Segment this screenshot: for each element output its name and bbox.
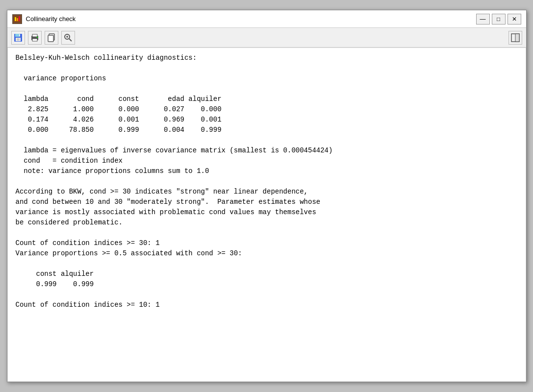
svg-rect-11	[32, 39, 37, 41]
print-icon	[30, 33, 39, 42]
close-button[interactable]: ✕	[508, 14, 521, 24]
title-bar-left: Collinearity check	[12, 14, 76, 24]
save-button[interactable]	[11, 31, 25, 45]
toolbar-right	[508, 31, 522, 45]
svg-rect-12	[37, 37, 38, 38]
save-icon	[14, 33, 23, 42]
svg-rect-1	[15, 17, 16, 21]
minimize-button[interactable]: —	[476, 14, 490, 24]
content-area: Belsley-Kuh-Welsch collinearity diagnost…	[7, 48, 526, 382]
title-bar-controls: — □ ✕	[476, 14, 521, 24]
main-window: Collinearity check — □ ✕	[7, 10, 527, 382]
toolbar-left	[11, 31, 75, 45]
svg-rect-10	[32, 34, 37, 37]
svg-rect-2	[17, 18, 18, 21]
panel-icon	[511, 33, 520, 42]
title-bar: Collinearity check — □ ✕	[7, 10, 526, 28]
panel-button[interactable]	[508, 31, 522, 45]
copy-button[interactable]	[45, 31, 58, 45]
maximize-button[interactable]: □	[492, 14, 506, 24]
print-button[interactable]	[28, 31, 42, 45]
svg-rect-20	[515, 34, 519, 42]
output-text: Belsley-Kuh-Welsch collinearity diagnost…	[16, 53, 518, 310]
svg-rect-3	[19, 16, 20, 21]
svg-rect-14	[48, 35, 53, 42]
app-icon	[12, 14, 22, 24]
svg-line-16	[69, 39, 72, 41]
zoom-button[interactable]	[61, 31, 75, 45]
svg-rect-8	[19, 34, 20, 36]
window-title: Collinearity check	[26, 15, 76, 23]
zoom-icon	[64, 33, 73, 42]
svg-rect-7	[17, 38, 20, 41]
toolbar	[7, 28, 526, 48]
copy-icon	[47, 33, 56, 42]
